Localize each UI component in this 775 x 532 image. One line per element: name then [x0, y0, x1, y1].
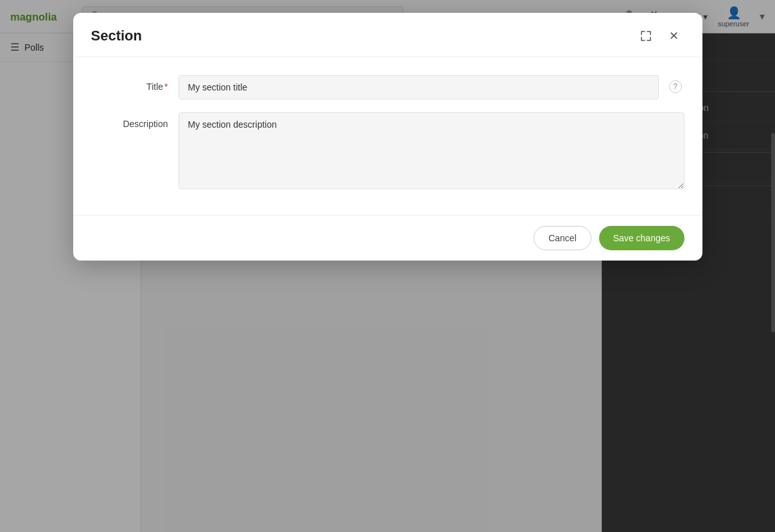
modal-title: Section	[91, 28, 142, 44]
description-field-row: Description	[91, 112, 684, 189]
save-button[interactable]: Save changes	[599, 226, 684, 250]
modal-container: Section ✕ Title* ?	[0, 0, 775, 532]
cancel-button[interactable]: Cancel	[534, 226, 591, 250]
close-button[interactable]: ✕	[664, 26, 684, 46]
help-icon[interactable]: ?	[669, 80, 682, 93]
modal-footer: Cancel Save changes	[73, 215, 702, 261]
title-label: Title*	[91, 75, 168, 92]
modal-header-actions: ✕	[636, 26, 684, 46]
modal-header: Section ✕	[73, 13, 702, 57]
title-field-row: Title* ?	[91, 75, 684, 99]
expand-button[interactable]	[636, 26, 656, 46]
modal-form: Title* ? Description	[91, 75, 684, 202]
description-textarea[interactable]	[179, 112, 684, 189]
title-help: ?	[669, 75, 684, 93]
modal-body: Title* ? Description	[73, 57, 702, 215]
description-label: Description	[91, 112, 168, 129]
title-input[interactable]	[179, 75, 659, 99]
section-modal: Section ✕ Title* ?	[73, 13, 702, 261]
